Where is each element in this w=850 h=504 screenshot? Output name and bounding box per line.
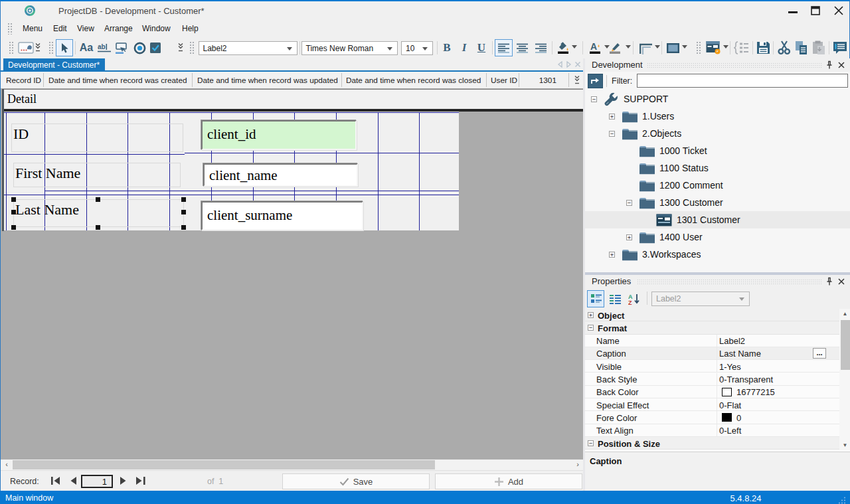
next-record-button[interactable] bbox=[119, 475, 128, 486]
maximize-button[interactable] bbox=[802, 1, 829, 20]
category-expander-icon[interactable]: − bbox=[588, 440, 594, 446]
selection-handle[interactable] bbox=[181, 225, 186, 230]
tree-expander-icon[interactable]: + bbox=[609, 252, 615, 258]
chevron-down-icon[interactable] bbox=[626, 45, 631, 48]
property-value[interactable]: 1-Yes bbox=[719, 362, 741, 372]
form-canvas[interactable]: ID First Name Last Name client_id client… bbox=[4, 112, 459, 231]
properties-panel-header[interactable]: Properties bbox=[585, 275, 850, 289]
tree-item-1000-ticket[interactable]: 1000 Ticket bbox=[585, 142, 850, 159]
select-tool-button[interactable] bbox=[56, 39, 73, 56]
property-value[interactable]: 0-Left bbox=[719, 426, 741, 436]
toolbar-grip[interactable] bbox=[9, 41, 13, 54]
field-client-name[interactable]: client_name bbox=[203, 163, 358, 187]
selection-handle[interactable] bbox=[181, 197, 186, 202]
category-expander-icon[interactable]: + bbox=[588, 312, 594, 318]
chevron-down-icon[interactable] bbox=[655, 45, 660, 48]
category-object[interactable]: +Object bbox=[585, 309, 839, 321]
comment-icon[interactable] bbox=[833, 41, 847, 55]
chevron-down-icon[interactable] bbox=[572, 45, 577, 48]
sort-az-button[interactable]: A Z bbox=[626, 290, 643, 307]
menu-item-edit[interactable]: Edit bbox=[53, 24, 67, 33]
toolbar-grip[interactable] bbox=[189, 41, 194, 54]
property-row-name[interactable]: NameLabel2 bbox=[585, 335, 839, 347]
previous-record-button[interactable] bbox=[68, 475, 78, 486]
checkbox-tool-button[interactable] bbox=[146, 39, 165, 56]
tree-expander-icon[interactable]: + bbox=[626, 234, 632, 240]
selection-handle[interactable] bbox=[11, 197, 16, 202]
selection-handle[interactable] bbox=[11, 210, 16, 214]
close-panel-icon[interactable] bbox=[837, 277, 846, 286]
tree-item-1100-status[interactable]: 1100 Status bbox=[585, 159, 850, 177]
label-id[interactable] bbox=[11, 124, 183, 152]
property-row-visible[interactable]: Visible1-Yes bbox=[585, 360, 839, 373]
tab-scroll-right-icon[interactable] bbox=[566, 61, 572, 68]
header-cell-user-id-value[interactable]: 1301 bbox=[519, 76, 556, 85]
line-color-button[interactable] bbox=[606, 39, 624, 56]
header-cell-user-id[interactable]: User ID bbox=[491, 76, 517, 85]
chevron-down-icon[interactable] bbox=[723, 45, 728, 48]
header-cell-record-id[interactable]: Record ID bbox=[6, 76, 41, 85]
pin-icon[interactable] bbox=[825, 277, 834, 286]
bold-button[interactable]: B bbox=[439, 39, 455, 56]
header-cell-updated[interactable]: Date and time when record was updated bbox=[197, 76, 338, 85]
scrollbar-thumb[interactable] bbox=[13, 460, 435, 469]
category-expander-icon[interactable]: − bbox=[588, 325, 594, 331]
tree-item-1400-user[interactable]: + 1400 User bbox=[585, 228, 850, 246]
resize-grip-icon[interactable] bbox=[838, 497, 846, 504]
ellipsis-button[interactable]: ... bbox=[813, 348, 826, 359]
tree-item-objects[interactable]: − 2.Objects bbox=[585, 125, 850, 142]
textbox-tool-button[interactable]: ab bbox=[95, 39, 114, 56]
menu-grip[interactable] bbox=[7, 23, 12, 35]
goto-object-button[interactable] bbox=[588, 74, 603, 88]
property-value[interactable]: Last Name bbox=[719, 349, 761, 359]
property-row-text-align[interactable]: Text Align0-Left bbox=[585, 424, 839, 437]
scroll-up-icon[interactable]: ▲ bbox=[839, 311, 850, 317]
tree-expander-icon[interactable]: − bbox=[591, 96, 597, 102]
pin-icon[interactable] bbox=[825, 60, 834, 70]
save-button[interactable]: Save bbox=[282, 473, 430, 489]
category-format[interactable]: −Format bbox=[585, 321, 839, 334]
property-value[interactable]: 0 bbox=[736, 413, 741, 423]
selection-handle[interactable] bbox=[96, 197, 100, 202]
close-panel-icon[interactable] bbox=[837, 60, 846, 70]
property-row-back-color[interactable]: Back Color 16777215 bbox=[585, 386, 839, 398]
tree-expander-icon[interactable]: + bbox=[609, 114, 615, 120]
field-client-surname[interactable]: client_surname bbox=[201, 201, 363, 230]
save-icon[interactable] bbox=[756, 41, 770, 55]
last-record-button[interactable] bbox=[135, 475, 146, 486]
property-value[interactable]: Label2 bbox=[719, 336, 745, 346]
tree-expander-icon[interactable]: − bbox=[609, 131, 615, 137]
alphabetical-view-button[interactable] bbox=[606, 290, 624, 307]
header-overflow-icon[interactable] bbox=[574, 75, 580, 86]
category-position-size[interactable]: −Position & Size bbox=[585, 437, 839, 450]
detail-band-header[interactable]: Detail bbox=[2, 90, 583, 110]
border-icon[interactable] bbox=[639, 42, 653, 55]
property-row-back-style[interactable]: Back Style0-Transparent bbox=[585, 373, 839, 386]
align-center-button[interactable] bbox=[513, 39, 531, 56]
tree-item-support[interactable]: − SUPPORT bbox=[585, 90, 850, 108]
scroll-left-icon[interactable]: ‹ bbox=[1, 460, 12, 470]
menu-item-menu[interactable]: Menu bbox=[23, 24, 42, 33]
scroll-down-icon[interactable]: ▼ bbox=[839, 442, 850, 448]
tree-expander-icon[interactable]: − bbox=[626, 200, 632, 206]
close-window-button[interactable] bbox=[825, 1, 850, 20]
vertical-scrollbar[interactable]: ▲ ▼ bbox=[839, 309, 850, 450]
align-left-button[interactable] bbox=[495, 39, 513, 56]
development-panel-header[interactable]: Development bbox=[585, 58, 850, 72]
rectangle-icon[interactable] bbox=[667, 43, 679, 53]
property-value[interactable]: 0-Flat bbox=[719, 400, 741, 410]
font-size-combobox[interactable]: 10 bbox=[401, 41, 433, 55]
underline-button[interactable]: U bbox=[473, 39, 489, 56]
insert-image-button[interactable] bbox=[17, 39, 35, 56]
object-selector-combobox[interactable]: Label2 bbox=[651, 292, 750, 306]
cut-icon[interactable] bbox=[777, 41, 792, 55]
tree-item-1200-comment[interactable]: 1200 Comment bbox=[585, 177, 850, 194]
style-combobox[interactable]: Label2 bbox=[199, 41, 298, 55]
menu-item-arrange[interactable]: Arrange bbox=[104, 24, 133, 33]
selection-handle[interactable] bbox=[181, 210, 186, 214]
menu-item-window[interactable]: Window bbox=[142, 24, 171, 33]
tree-item-1300-customer[interactable]: − 1300 Customer bbox=[585, 194, 850, 211]
header-cell-created[interactable]: Date and time when record was created bbox=[48, 76, 187, 85]
toolbar-grip[interactable] bbox=[696, 41, 701, 54]
property-row-fore-color[interactable]: Fore Color 0 bbox=[585, 411, 839, 424]
